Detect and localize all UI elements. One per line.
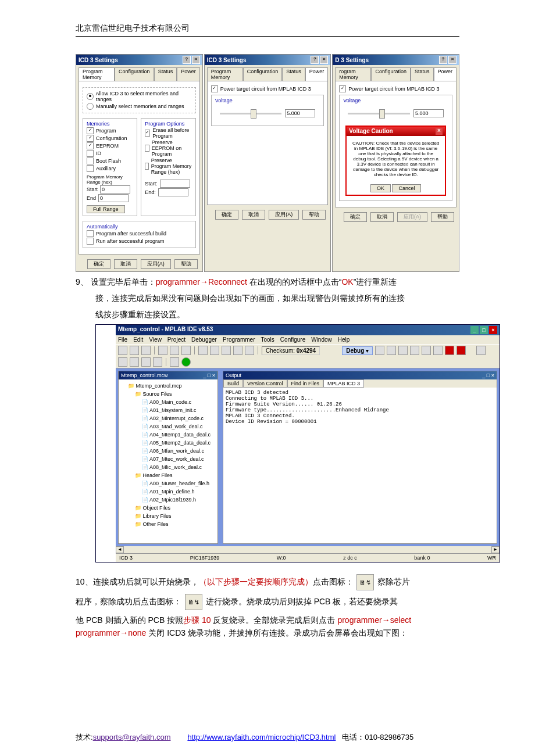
voltage-input[interactable] (285, 109, 315, 117)
cancel-button[interactable]: 取消 (114, 259, 137, 269)
hdr-file[interactable]: A00_Muser_header_file.h (121, 479, 215, 488)
chk-id[interactable] (87, 150, 94, 157)
find-icon[interactable] (210, 346, 219, 355)
close-icon[interactable]: × (192, 56, 200, 64)
apply-button[interactable]: 应用(A) (269, 210, 299, 220)
chk-auto-prog[interactable] (87, 230, 94, 237)
build-icon[interactable] (222, 346, 231, 355)
menu-window[interactable]: Window (311, 336, 332, 343)
tree-close-icon[interactable]: _ □ × (203, 372, 215, 378)
chk-bootflash[interactable] (87, 157, 94, 164)
tab-status[interactable]: Status (154, 67, 177, 81)
maximize-icon[interactable]: □ (480, 326, 488, 334)
tb-icon[interactable] (398, 346, 408, 355)
menu-file[interactable]: File (118, 336, 127, 343)
po-end-input[interactable] (158, 188, 188, 196)
menu-tools[interactable]: Tools (261, 336, 274, 343)
read-icon[interactable] (118, 357, 127, 367)
chk-power-target[interactable] (339, 85, 346, 92)
hdr-file[interactable]: A02_Mpic16f1939.h (121, 496, 215, 504)
open-icon[interactable] (130, 346, 139, 355)
src-file[interactable]: A02_Minterrupt_code.c (121, 414, 215, 422)
support-email-link[interactable]: supports@rayfaith.com (93, 733, 171, 741)
blank-check-icon[interactable] (153, 357, 162, 367)
tab-configuration[interactable]: Configuration (371, 67, 411, 81)
menu-programmer[interactable]: Programmer (223, 336, 255, 343)
tb-icon[interactable] (456, 346, 466, 355)
tb-icon[interactable] (445, 346, 454, 355)
cut-icon[interactable] (158, 346, 167, 355)
ok-button[interactable]: 确定 (344, 212, 367, 222)
run-icon[interactable] (181, 357, 191, 367)
chk-preserve-ee[interactable] (145, 145, 149, 152)
radio-manual-select[interactable] (87, 103, 94, 110)
release-reset-icon[interactable] (170, 357, 179, 367)
warn-cancel-button[interactable]: Cancel (392, 184, 421, 192)
help-icon[interactable] (245, 346, 254, 355)
tb-icon[interactable] (375, 346, 384, 355)
full-range-button[interactable]: Full Range (87, 205, 125, 213)
out-tab-vcs[interactable]: Version Control (243, 379, 287, 388)
tab-program-memory[interactable]: rogram Memory (335, 67, 371, 81)
scroll-left-icon[interactable]: ◄ (116, 546, 124, 553)
voltage-input[interactable] (413, 109, 444, 117)
library-files-folder[interactable]: Library Files (121, 512, 215, 520)
help-button[interactable]: 帮助 (174, 259, 198, 269)
tab-power[interactable]: Power (434, 67, 457, 81)
tab-status[interactable]: Status (282, 67, 305, 81)
tab-status[interactable]: Status (411, 67, 434, 81)
source-files-folder[interactable]: Source Files (121, 390, 215, 398)
src-file[interactable]: A06_Mfan_work_deal.c (121, 447, 215, 455)
paste-icon[interactable] (181, 346, 191, 355)
close-icon[interactable]: × (448, 56, 456, 64)
end-input[interactable] (98, 194, 129, 202)
voltage-slider[interactable] (348, 113, 410, 114)
menu-configure[interactable]: Configure (280, 336, 305, 343)
copy-icon[interactable] (170, 346, 179, 355)
close-icon[interactable]: × (320, 56, 328, 64)
close-icon[interactable]: × (489, 326, 497, 334)
other-files-folder[interactable]: Other Files (121, 520, 215, 528)
src-file[interactable]: A00_Main_code.c (121, 398, 215, 406)
help-button[interactable]: 帮助 (302, 210, 326, 220)
object-files-folder[interactable]: Object Files (121, 504, 215, 512)
close-icon[interactable]: × (436, 128, 443, 135)
help-icon[interactable]: ? (183, 56, 191, 64)
new-icon[interactable] (118, 346, 127, 355)
out-tab-find[interactable]: Find in Files (287, 379, 324, 388)
src-file[interactable]: A05_Mtemp2_data_deal.c (121, 439, 215, 447)
tb-icon[interactable] (422, 346, 431, 355)
make-icon[interactable] (233, 346, 242, 355)
tab-power[interactable]: Power (305, 67, 329, 81)
src-file[interactable]: A08_Mlic_work_deal.c (121, 463, 215, 471)
start-input[interactable] (100, 185, 130, 194)
warn-ok-button[interactable]: OK (370, 184, 391, 192)
tb-icon[interactable] (433, 346, 443, 355)
header-files-folder[interactable]: Header Files (121, 471, 215, 479)
out-tab-icd3[interactable]: MPLAB ICD 3 (323, 379, 364, 388)
minimize-icon[interactable]: _ (470, 326, 479, 334)
menu-view[interactable]: View (149, 336, 162, 343)
help-button[interactable]: 帮助 (431, 212, 454, 222)
menu-project[interactable]: Project (167, 336, 186, 343)
chk-erase[interactable] (145, 130, 150, 137)
help-icon[interactable]: ? (439, 56, 447, 64)
tab-program-memory[interactable]: Program Memory (79, 67, 115, 81)
chk-aux[interactable] (87, 165, 94, 172)
voltage-slider[interactable] (220, 113, 282, 114)
tb-icon[interactable] (387, 346, 396, 355)
chk-config[interactable] (87, 135, 94, 142)
po-start-input[interactable] (160, 180, 190, 188)
chk-auto-run[interactable] (87, 238, 94, 245)
chk-program[interactable] (87, 127, 94, 134)
scroll-right-icon[interactable]: ► (491, 546, 500, 553)
out-tab-build[interactable]: Build (223, 379, 243, 388)
tb-icon[interactable] (410, 346, 419, 355)
program-icon[interactable] (476, 346, 486, 355)
tab-configuration[interactable]: Configuration (115, 67, 154, 81)
src-file[interactable]: A01_Msystem_init.c (121, 406, 215, 414)
menu-debugger[interactable]: Debugger (191, 336, 217, 343)
chk-eeprom[interactable] (87, 142, 94, 149)
src-file[interactable]: A07_Mtec_work_deal.c (121, 455, 215, 463)
tab-program-memory[interactable]: Program Memory (207, 67, 243, 81)
